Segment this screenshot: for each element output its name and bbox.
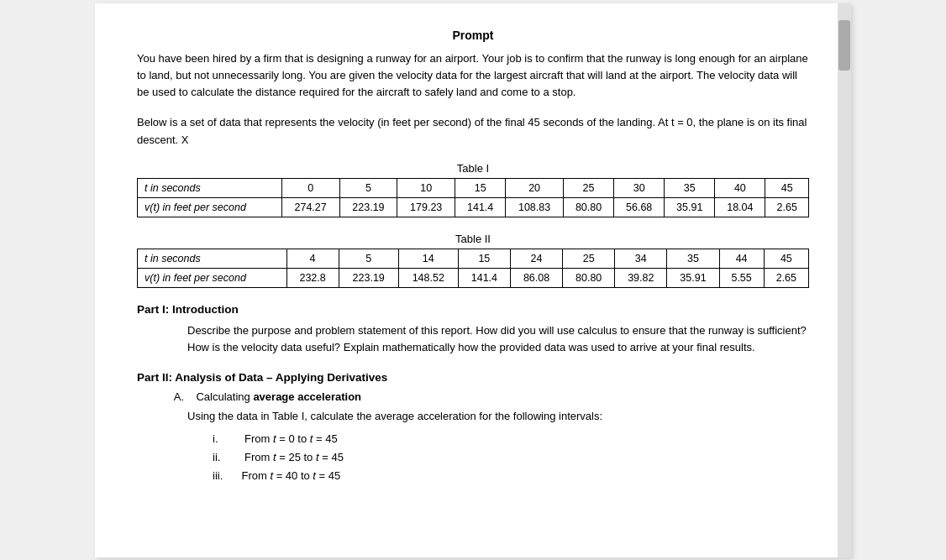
table1-v20: 108.83 (506, 197, 564, 217)
table2-v5: 223.19 (339, 268, 398, 287)
table2-title: Table II (137, 233, 809, 245)
table-row: v(t) in feet per second 274.27 223.19 17… (138, 197, 809, 217)
part1-body: Describe the purpose and problem stateme… (187, 322, 809, 356)
table1: t in seconds 0 5 10 15 20 25 30 35 40 45… (137, 178, 809, 217)
table1-section: Table I t in seconds 0 5 10 15 20 25 30 … (137, 162, 809, 217)
table2-v34: 39.82 (615, 268, 667, 287)
table2-row-label: v(t) in feet per second (138, 268, 287, 287)
table1-v40: 18.04 (715, 197, 765, 217)
table2-v14: 148.52 (398, 268, 458, 287)
table1-v45: 2.65 (765, 197, 809, 217)
page-title: Prompt (137, 29, 809, 42)
list-item-ii: ii. From t = 25 to t = 45 (213, 448, 809, 467)
table1-h20: 20 (506, 178, 564, 197)
table-row: t in seconds 0 5 10 15 20 25 30 35 40 45 (138, 178, 809, 197)
list-item-iii: iii. From t = 40 to t = 45 (213, 467, 809, 485)
table-row: t in seconds 4 5 14 15 24 25 34 35 44 45 (138, 249, 809, 268)
table1-h30: 30 (614, 178, 665, 197)
table2-v15: 141.4 (458, 268, 510, 287)
list-item-i: i. From t = 0 to t = 45 (213, 430, 809, 448)
table2-section: Table II t in seconds 4 5 14 15 24 25 34… (137, 233, 809, 288)
table1-v30: 56.68 (614, 197, 665, 217)
table2-h24: 24 (510, 249, 562, 268)
table1-h10: 10 (397, 178, 455, 197)
table2-v24: 86.08 (510, 268, 562, 287)
table1-header-label: t in seconds (138, 178, 282, 197)
table2-h5: 5 (339, 249, 398, 268)
table1-title: Table I (137, 162, 809, 175)
table2-v4: 232.8 (286, 268, 339, 287)
scrollbar[interactable] (838, 3, 851, 557)
table2-h25: 25 (563, 249, 615, 268)
part2-heading: Part II: Analysis of Data – Applying Der… (137, 371, 809, 384)
page-container: Prompt You have been hired by a firm tha… (95, 3, 851, 557)
table1-h25: 25 (563, 178, 613, 197)
table1-h0: 0 (281, 178, 339, 197)
table1-h45: 45 (765, 178, 809, 197)
table1-v35: 35.91 (665, 197, 715, 217)
table2-h35: 35 (667, 249, 719, 268)
table2-h45: 45 (764, 249, 808, 268)
table1-v0: 274.27 (281, 197, 339, 217)
table2: t in seconds 4 5 14 15 24 25 34 35 44 45… (137, 249, 809, 288)
table2-h44: 44 (719, 249, 764, 268)
table2-h4: 4 (286, 249, 339, 268)
intro-paragraph-2: Below is a set of data that represents t… (137, 114, 809, 148)
part2-sub-a-heading: A. Calculating average acceleration (162, 390, 809, 403)
table1-h15: 15 (455, 178, 506, 197)
table1-v25: 80.80 (563, 197, 613, 217)
table2-v25: 80.80 (563, 268, 615, 287)
table2-v35: 35.91 (667, 268, 719, 287)
table-row: v(t) in feet per second 232.8 223.19 148… (138, 268, 809, 287)
table1-h40: 40 (715, 178, 765, 197)
table2-h15: 15 (458, 249, 510, 268)
table1-v10: 179.23 (397, 197, 455, 217)
table2-h34: 34 (615, 249, 667, 268)
table2-header-label: t in seconds (138, 249, 287, 268)
table2-h14: 14 (398, 249, 458, 268)
table1-h35: 35 (665, 178, 715, 197)
intro-paragraph-1: You have been hired by a firm that is de… (137, 50, 809, 101)
part1-heading: Part I: Introduction (137, 303, 809, 316)
scrollbar-thumb[interactable] (838, 20, 850, 71)
table1-v5: 223.19 (339, 197, 397, 217)
table1-h5: 5 (339, 178, 397, 197)
part2-sub-a-body: Using the data in Table I, calculate the… (187, 408, 809, 425)
table1-v15: 141.4 (455, 197, 506, 217)
table2-v45: 2.65 (764, 268, 808, 287)
table1-row-label: v(t) in feet per second (138, 197, 282, 217)
table2-v44: 5.55 (719, 268, 764, 287)
